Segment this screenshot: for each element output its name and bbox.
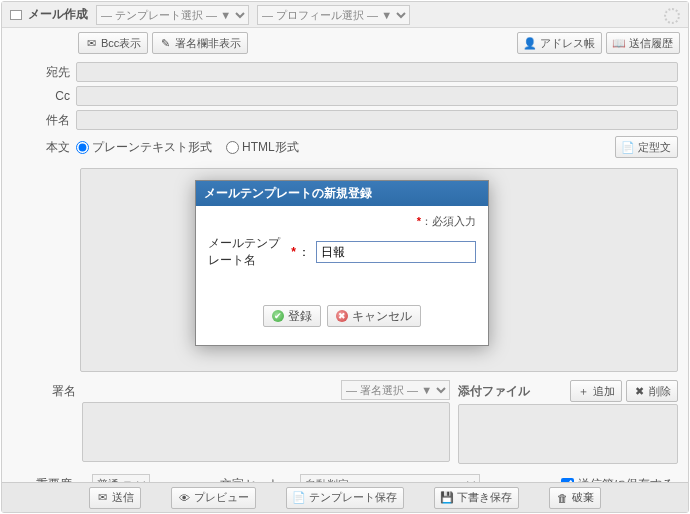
draft-icon: 💾 <box>441 492 453 504</box>
send-button[interactable]: ✉送信 <box>89 487 141 509</box>
to-label: 宛先 <box>12 64 76 81</box>
dialog-title: メールテンプレートの新規登録 <box>196 181 488 206</box>
signature-label: 署名 <box>12 380 82 462</box>
signature-icon: ✎ <box>159 37 171 49</box>
send-icon: ✉ <box>96 492 108 504</box>
mail-icon <box>10 10 22 20</box>
address-book-icon: 👤 <box>524 37 536 49</box>
cc-input[interactable] <box>76 86 678 106</box>
page-title: メール作成 <box>28 6 88 23</box>
preview-icon: 👁 <box>178 492 190 504</box>
attach-list[interactable] <box>458 404 678 464</box>
bottom-toolbar: ✉送信 👁プレビュー 📄テンプレート保存 💾下書き保存 🗑破棄 <box>2 482 688 512</box>
send-history-button[interactable]: 📖送信履歴 <box>606 32 680 54</box>
discard-button[interactable]: 🗑破棄 <box>549 487 601 509</box>
lower-panels: 署名 — 署名選択 — ▼ 添付ファイル ＋追加 ✖削除 <box>2 372 688 468</box>
address-book-button[interactable]: 👤アドレス帳 <box>517 32 602 54</box>
dialog-ok-button[interactable]: ✔登録 <box>263 305 321 327</box>
compose-window: メール作成 — テンプレート選択 — ▼ — プロフィール選択 — ▼ ✉Bcc… <box>1 1 689 513</box>
template-select[interactable]: — テンプレート選択 — ▼ <box>96 5 249 25</box>
new-template-dialog: メールテンプレートの新規登録 *：必須入力 メールテンプレート名*： ✔登録 ✖… <box>195 180 489 346</box>
fixed-text-button[interactable]: 📄定型文 <box>615 136 678 158</box>
attach-add-button[interactable]: ＋追加 <box>570 380 622 402</box>
cc-label: Cc <box>12 89 76 103</box>
subject-input[interactable] <box>76 110 678 130</box>
hide-signature-button[interactable]: ✎署名欄非表示 <box>152 32 248 54</box>
required-note: *：必須入力 <box>208 214 476 229</box>
profile-select[interactable]: — プロフィール選択 — ▼ <box>257 5 410 25</box>
save-template-button[interactable]: 📄テンプレート保存 <box>286 487 404 509</box>
history-icon: 📖 <box>613 37 625 49</box>
toolbar: ✉Bcc表示 ✎署名欄非表示 👤アドレス帳 📖送信履歴 <box>2 28 688 60</box>
signature-select[interactable]: — 署名選択 — ▼ <box>341 380 450 400</box>
add-icon: ＋ <box>577 385 589 397</box>
busy-spinner-icon <box>664 8 680 24</box>
template-name-input[interactable] <box>316 241 476 263</box>
body-label: 本文 <box>12 139 76 156</box>
template-name-label: メールテンプレート名 <box>208 235 289 269</box>
signature-editor[interactable] <box>82 402 450 462</box>
template-icon: 📄 <box>293 492 305 504</box>
delete-icon: ✖ <box>633 385 645 397</box>
ok-icon: ✔ <box>272 310 284 322</box>
format-plain-radio[interactable]: プレーンテキスト形式 <box>76 139 212 156</box>
cancel-icon: ✖ <box>336 310 348 322</box>
compose-fields: 宛先 Cc 件名 本文 プレーンテキスト形式 HTML形式 📄定型文 <box>2 60 688 164</box>
attach-label: 添付ファイル <box>458 383 566 400</box>
format-html-radio[interactable]: HTML形式 <box>226 139 299 156</box>
bcc-toggle-button[interactable]: ✉Bcc表示 <box>78 32 148 54</box>
fixed-text-icon: 📄 <box>622 141 634 153</box>
save-draft-button[interactable]: 💾下書き保存 <box>434 487 519 509</box>
dialog-cancel-button[interactable]: ✖キャンセル <box>327 305 421 327</box>
bcc-icon: ✉ <box>85 37 97 49</box>
attach-delete-button[interactable]: ✖削除 <box>626 380 678 402</box>
subject-label: 件名 <box>12 112 76 129</box>
discard-icon: 🗑 <box>556 492 568 504</box>
preview-button[interactable]: 👁プレビュー <box>171 487 256 509</box>
header: メール作成 — テンプレート選択 — ▼ — プロフィール選択 — ▼ <box>2 2 688 28</box>
to-input[interactable] <box>76 62 678 82</box>
